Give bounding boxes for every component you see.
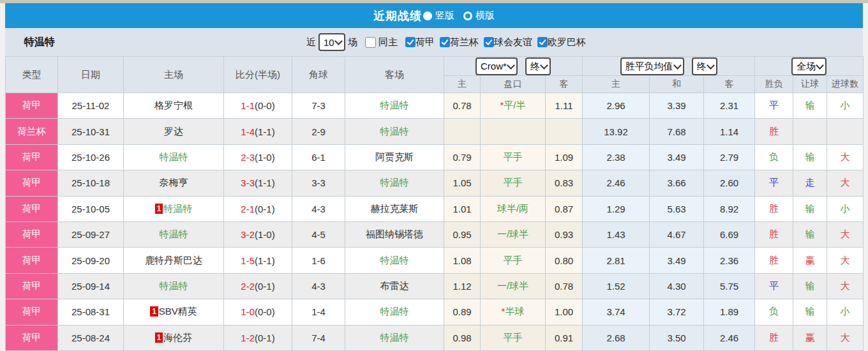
league-label[interactable]: 欧罗巴杯 bbox=[548, 36, 586, 47]
home-team-name: 特温特 bbox=[160, 280, 188, 291]
fulltime-group-header: 全场 bbox=[755, 57, 864, 76]
radio-horizontal-layout[interactable] bbox=[463, 11, 472, 20]
date-cell: 25-10-31 bbox=[58, 119, 124, 144]
result-handicap-cell: 输 bbox=[793, 144, 827, 170]
league-checkbox[interactable] bbox=[440, 37, 450, 47]
league-checkbox[interactable] bbox=[405, 37, 415, 47]
home-team-name: 特温特 bbox=[163, 203, 192, 214]
avg-draw-cell: 3.39 bbox=[650, 93, 704, 119]
date-cell: 25-09-14 bbox=[58, 273, 124, 299]
league-label[interactable]: 荷甲 bbox=[415, 36, 435, 47]
corner-cell: 7-3 bbox=[292, 93, 345, 119]
home-team-name: 奈梅亨 bbox=[160, 177, 188, 188]
result-goals-cell: 小 bbox=[827, 93, 864, 119]
result-goals-cell: 大 bbox=[827, 325, 864, 350]
odds-away-cell: 0.87 bbox=[546, 196, 583, 221]
away-team-cell: 特温特 bbox=[345, 119, 444, 144]
result-handicap-cell: 走 bbox=[793, 170, 827, 196]
radio-horizontal-label[interactable]: 横版 bbox=[475, 10, 495, 22]
radio-vertical-layout[interactable] bbox=[423, 11, 432, 20]
avg-draw-cell: 7.68 bbox=[650, 119, 704, 144]
handicap-text: 平手 bbox=[504, 332, 523, 343]
result-wdl-cell: 负 bbox=[755, 299, 793, 325]
handicap-text: 平手 bbox=[504, 151, 523, 162]
result-wdl-cell: 负 bbox=[755, 144, 793, 170]
games-label: 场 bbox=[348, 36, 357, 49]
handicap-cell: *平/半 bbox=[481, 93, 546, 119]
avg-away-cell: 1.14 bbox=[704, 119, 755, 144]
avg-select[interactable]: 胜平负均值 bbox=[625, 61, 682, 71]
odds-time-select[interactable]: 终 bbox=[530, 61, 549, 71]
rank-badge: 1 bbox=[155, 332, 163, 343]
avg-draw-cell: 4.67 bbox=[650, 221, 704, 247]
halftime-score: (1-1) bbox=[255, 126, 275, 137]
score-cell: 1-4(1-1) bbox=[224, 119, 292, 144]
title-bar: 近期战绩 竖版 横版 bbox=[5, 3, 863, 28]
bookmaker-select[interactable]: Crow* bbox=[481, 61, 516, 71]
match-type-cell: 荷兰杯 bbox=[6, 119, 58, 144]
avg-home-cell: 2.96 bbox=[583, 93, 650, 119]
match-type-cell: 荷甲 bbox=[6, 170, 58, 196]
league-checkbox[interactable] bbox=[537, 37, 548, 47]
away-team-cell: 阿贾克斯 bbox=[345, 144, 444, 170]
match-type-cell: 荷甲 bbox=[6, 221, 58, 247]
league-checkbox[interactable] bbox=[484, 37, 494, 47]
result-wdl-cell: 平 bbox=[755, 273, 793, 299]
table-row: 荷甲25-11-02格罗宁根1-1(0-0)7-3特温特0.78*平/半1.11… bbox=[6, 93, 864, 119]
league-label[interactable]: 球会友谊 bbox=[494, 36, 532, 47]
col-header-corner: 角球 bbox=[292, 57, 345, 93]
avg-away-cell: 5.75 bbox=[704, 273, 755, 299]
sub-header-avg-home: 主 bbox=[583, 76, 650, 93]
result-goals-cell: 小 bbox=[827, 299, 864, 325]
filter-controls: 近 10 场 同主 荷甲荷兰杯球会友谊欧罗巴杯 bbox=[306, 28, 586, 56]
odds-away-cell: 0.83 bbox=[546, 170, 583, 196]
recent-count-select[interactable]: 10 bbox=[324, 37, 343, 48]
odds-home-cell: 0.98 bbox=[444, 325, 481, 350]
result-wdl-cell: 平 bbox=[755, 170, 793, 196]
same-home-label[interactable]: 同主 bbox=[378, 36, 398, 49]
same-home-checkbox[interactable] bbox=[365, 37, 376, 48]
radio-vertical-label[interactable]: 竖版 bbox=[435, 10, 454, 22]
avg-draw-cell: 3.50 bbox=[650, 325, 704, 350]
col-header-score: 比分(半场) bbox=[224, 57, 292, 93]
home-team-cell: 特温特 bbox=[124, 221, 224, 247]
avg-time-select[interactable]: 终 bbox=[697, 61, 715, 71]
avg-away-cell: 2.36 bbox=[704, 248, 755, 273]
avg-away-cell: 2.79 bbox=[704, 144, 755, 170]
odds-group-header: Crow* 终 bbox=[444, 57, 583, 76]
odds-home-cell: 1.08 bbox=[444, 248, 481, 273]
away-team-cell: 特温特 bbox=[345, 299, 444, 325]
match-type-cell: 荷甲 bbox=[6, 196, 58, 221]
avg-draw-cell: 3.49 bbox=[650, 144, 704, 170]
away-team-name: 特温特 bbox=[380, 126, 409, 137]
table-row: 荷甲25-08-311SBV精英1-0(0-0)1-4特温特0.89*半球1.0… bbox=[6, 299, 864, 325]
avg-draw-cell: 3.66 bbox=[650, 170, 704, 196]
home-team-cell: 1SBV精英 bbox=[124, 299, 224, 325]
score-cell: 1-1(0-0) bbox=[224, 93, 292, 119]
halftime-score: (0-0) bbox=[255, 306, 275, 317]
date-cell: 25-09-27 bbox=[58, 221, 124, 247]
date-cell: 25-10-18 bbox=[58, 170, 124, 196]
table-row: 荷甲25-10-18奈梅亨3-3(1-1)3-3特温特1.05平手0.832.4… bbox=[6, 170, 864, 196]
avg-draw-cell: 4.30 bbox=[650, 273, 704, 299]
away-team-name: 特温特 bbox=[380, 100, 409, 110]
away-team-name: 特温特 bbox=[380, 177, 409, 188]
away-team-name: 特温特 bbox=[380, 332, 409, 343]
result-handicap-cell: 输 bbox=[793, 299, 827, 325]
odds-away-cell: 0.93 bbox=[546, 221, 583, 247]
table-row: 荷甲25-09-20鹿特丹斯巴达1-5(1-1)1-6特温特1.08平手0.80… bbox=[6, 248, 864, 273]
corner-cell: 6-1 bbox=[292, 144, 345, 170]
halftime-score: (1-0) bbox=[255, 152, 275, 163]
home-team-name: 特温特 bbox=[160, 228, 188, 239]
odds-home-cell: 1.01 bbox=[444, 196, 481, 221]
handicap-cell: 平手 bbox=[481, 144, 546, 170]
page-title: 近期战绩 bbox=[373, 8, 422, 24]
home-team-cell: 格罗宁根 bbox=[124, 93, 224, 119]
fulltime-select[interactable]: 全场 bbox=[797, 61, 825, 71]
avg-home-cell: 3.74 bbox=[583, 299, 650, 325]
halftime-score: (0-1) bbox=[255, 332, 275, 343]
league-label[interactable]: 荷兰杯 bbox=[450, 36, 479, 47]
result-wdl-cell: 胜 bbox=[755, 325, 793, 350]
score-cell: 2-1(0-1) bbox=[224, 196, 292, 221]
avg-away-cell: 6.69 bbox=[704, 221, 755, 247]
